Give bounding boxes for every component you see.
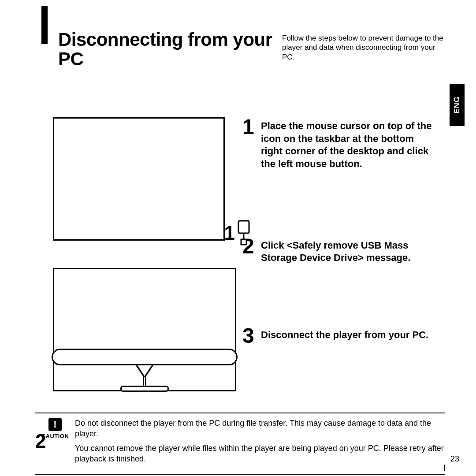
callout-number-1: 1 bbox=[224, 222, 235, 244]
steps-column: 1 Place the mouse cursor on top of the i… bbox=[225, 117, 445, 391]
manual-page: Disconnecting from your PC Follow the st… bbox=[0, 0, 476, 476]
svg-rect-2 bbox=[241, 239, 246, 245]
figure-column: 1 2 bbox=[35, 117, 225, 391]
heading-accent-bar bbox=[41, 6, 48, 44]
step-1: 1 Place the mouse cursor on top of the i… bbox=[242, 117, 445, 170]
monitor-bar-icon bbox=[52, 349, 238, 365]
language-label: ENG bbox=[453, 96, 461, 114]
caution-line-2: You cannot remove the player while files… bbox=[75, 443, 445, 465]
svg-rect-0 bbox=[238, 221, 249, 233]
step-text: Click <Safely remove USB Mass Storage De… bbox=[261, 237, 437, 264]
page-subtitle: Follow the steps below to prevent damage… bbox=[282, 30, 445, 62]
step-number: 3 bbox=[242, 326, 257, 345]
monitor-stand-fill bbox=[138, 365, 152, 376]
monitor-stand-column bbox=[143, 377, 146, 387]
figure-callout-1: 1 bbox=[224, 220, 255, 246]
content-row: 1 2 1 Place the mouse bbox=[35, 117, 445, 391]
step-text: Disconnect the player from your PC. bbox=[261, 326, 428, 345]
page-number-accent-bar bbox=[444, 465, 445, 471]
caution-icon: ! bbox=[48, 418, 62, 431]
caution-line-1: Do not disconnect the player from the PC… bbox=[75, 418, 445, 439]
screenshot-placeholder-2 bbox=[53, 268, 236, 391]
callout-box-icon bbox=[238, 220, 255, 246]
monitor-stand-base bbox=[120, 386, 169, 392]
language-tab: ENG bbox=[450, 84, 465, 126]
step-2: 2 Click <Safely remove USB Mass Storage … bbox=[242, 237, 445, 264]
callout-number-2: 2 bbox=[35, 430, 46, 452]
step-number: 1 bbox=[242, 117, 257, 170]
caution-block: ! CAUTION Do not disconnect the player f… bbox=[35, 413, 445, 475]
page-number: 23 bbox=[450, 454, 459, 464]
step-3: 3 Disconnect the player from your PC. bbox=[242, 326, 445, 345]
step-text: Place the mouse cursor on top of the ico… bbox=[261, 117, 437, 170]
page-title: Disconnecting from your PC bbox=[58, 30, 279, 69]
caution-text: Do not disconnect the player from the PC… bbox=[75, 418, 445, 468]
screenshot-placeholder-1: 1 bbox=[53, 117, 225, 241]
page-heading-row: Disconnecting from your PC Follow the st… bbox=[58, 13, 445, 69]
